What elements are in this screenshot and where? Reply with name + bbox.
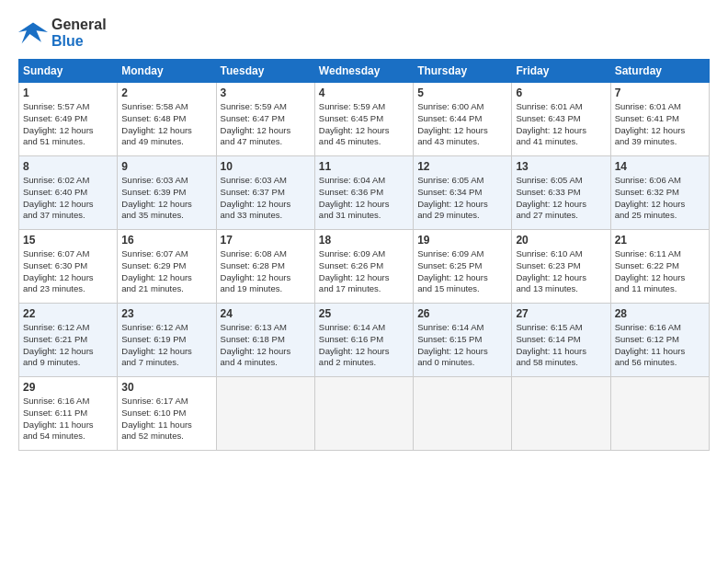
page: General Blue SundayMondayTuesdayWednesda… [0,0,728,563]
day-info: Sunrise: 6:08 AM [221,248,311,260]
day-number: 12 [417,160,507,173]
day-info: Sunset: 6:10 PM [121,408,211,419]
day-info: Sunset: 6:19 PM [121,334,211,346]
day-info: Daylight: 11 hours [615,346,705,358]
calendar-cell: 2Sunrise: 5:58 AMSunset: 6:48 PMDaylight… [118,83,216,156]
calendar-cell: 23Sunrise: 6:12 AMSunset: 6:19 PMDayligh… [118,304,216,377]
calendar-cell: 20Sunrise: 6:10 AMSunset: 6:23 PMDayligh… [512,230,610,304]
calendar-cell: 9Sunrise: 6:03 AMSunset: 6:39 PMDaylight… [118,156,216,230]
calendar-cell: 21Sunrise: 6:11 AMSunset: 6:22 PMDayligh… [610,230,709,304]
day-info: Sunrise: 6:01 AM [516,101,606,113]
day-number: 13 [516,160,606,173]
day-info: Sunrise: 6:14 AM [417,322,507,334]
day-info: and 25 minutes. [615,210,705,222]
calendar-cell [610,377,709,451]
day-info: Daylight: 12 hours [221,125,311,137]
day-number: 10 [221,160,311,173]
day-info: Daylight: 12 hours [516,199,606,211]
day-info: and 41 minutes. [516,136,606,148]
day-info: Sunset: 6:40 PM [23,187,113,199]
day-info: Sunset: 6:37 PM [221,187,311,199]
calendar-week-row: 15Sunrise: 6:07 AMSunset: 6:30 PMDayligh… [19,230,710,304]
day-info: Daylight: 12 hours [615,199,705,211]
day-info: Sunset: 6:49 PM [23,113,113,125]
day-info: Sunrise: 6:11 AM [615,248,705,260]
day-info: Daylight: 11 hours [23,419,113,431]
day-info: and 35 minutes. [121,210,211,222]
day-info: Sunrise: 6:13 AM [221,322,311,334]
day-info: Sunset: 6:21 PM [23,334,113,346]
calendar-cell: 6Sunrise: 6:01 AMSunset: 6:43 PMDaylight… [512,83,610,156]
day-info: Daylight: 12 hours [221,272,311,284]
day-info: Sunrise: 6:03 AM [221,175,311,187]
calendar-cell: 7Sunrise: 6:01 AMSunset: 6:41 PMDaylight… [610,83,709,156]
calendar-cell: 29Sunrise: 6:16 AMSunset: 6:11 PMDayligh… [19,377,118,451]
day-info: Daylight: 12 hours [516,125,606,137]
day-info: Sunset: 6:39 PM [121,187,211,199]
day-info: Sunrise: 5:59 AM [221,101,311,113]
day-info: Sunset: 6:12 PM [615,334,705,346]
day-info: and 23 minutes. [23,283,113,295]
logo: General Blue [18,17,107,50]
day-info: Sunrise: 6:15 AM [516,322,606,334]
day-info: Daylight: 12 hours [221,199,311,211]
day-number: 6 [516,86,606,99]
day-info: Sunset: 6:11 PM [23,408,113,419]
calendar-day-header: Sunday [19,60,118,83]
svg-marker-0 [18,22,48,43]
day-info: and 29 minutes. [417,210,507,222]
day-number: 16 [121,234,211,247]
day-info: and 33 minutes. [221,210,311,222]
calendar-day-header: Tuesday [216,60,314,83]
day-info: and 2 minutes. [319,357,409,369]
day-info: Sunset: 6:16 PM [319,334,409,346]
day-info: Sunrise: 6:14 AM [319,322,409,334]
day-info: Sunset: 6:32 PM [615,187,705,199]
day-info: Sunrise: 6:17 AM [121,396,211,408]
day-info: Sunrise: 6:04 AM [319,175,409,187]
calendar-cell [216,377,314,451]
day-info: Sunset: 6:14 PM [516,334,606,346]
day-info: Sunrise: 6:02 AM [23,175,113,187]
day-info: Sunrise: 6:10 AM [516,248,606,260]
day-info: Daylight: 12 hours [417,125,507,137]
day-info: and 27 minutes. [516,210,606,222]
day-info: and 52 minutes. [121,431,211,442]
day-info: and 7 minutes. [121,357,211,369]
day-info: Sunrise: 5:57 AM [23,101,113,113]
day-info: and 43 minutes. [417,136,507,148]
header: General Blue [18,17,710,50]
day-number: 26 [417,307,507,320]
calendar-cell: 8Sunrise: 6:02 AMSunset: 6:40 PMDaylight… [19,156,118,230]
day-number: 28 [615,307,705,320]
day-info: and 47 minutes. [221,136,311,148]
day-number: 25 [319,307,409,320]
day-info: Daylight: 12 hours [121,346,211,358]
calendar-cell [414,377,512,451]
day-number: 7 [615,86,705,99]
day-info: Sunrise: 6:07 AM [23,248,113,260]
day-info: and 4 minutes. [221,357,311,369]
day-info: Daylight: 12 hours [417,346,507,358]
day-info: Daylight: 12 hours [319,346,409,358]
day-info: Sunset: 6:15 PM [417,334,507,346]
day-number: 14 [615,160,705,173]
day-info: Sunrise: 6:12 AM [121,322,211,334]
calendar-week-row: 8Sunrise: 6:02 AMSunset: 6:40 PMDaylight… [19,156,710,230]
day-info: Sunrise: 5:58 AM [121,101,211,113]
day-info: Daylight: 12 hours [121,199,211,211]
day-info: and 37 minutes. [23,210,113,222]
day-info: Sunset: 6:41 PM [615,113,705,125]
day-number: 21 [615,234,705,247]
calendar-cell: 15Sunrise: 6:07 AMSunset: 6:30 PMDayligh… [19,230,118,304]
day-number: 18 [319,234,409,247]
day-info: Sunset: 6:33 PM [516,187,606,199]
calendar-cell: 5Sunrise: 6:00 AMSunset: 6:44 PMDaylight… [414,83,512,156]
day-info: Sunset: 6:28 PM [221,260,311,272]
calendar-day-header: Wednesday [314,60,413,83]
calendar-week-row: 1Sunrise: 5:57 AMSunset: 6:49 PMDaylight… [19,83,710,156]
day-info: Daylight: 12 hours [221,346,311,358]
calendar-day-header: Monday [118,60,216,83]
calendar-week-row: 29Sunrise: 6:16 AMSunset: 6:11 PMDayligh… [19,377,710,451]
day-number: 23 [121,307,211,320]
